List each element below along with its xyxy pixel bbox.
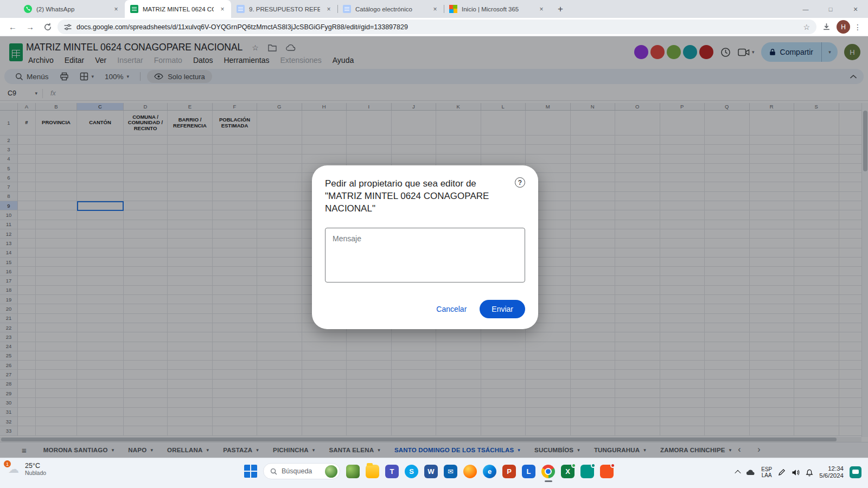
tab-close-icon[interactable]: × — [431, 5, 439, 14]
send-button[interactable]: Enviar — [480, 300, 525, 318]
maximize-button[interactable]: □ — [818, 0, 843, 18]
tray-time: 12:34 — [828, 465, 844, 472]
browser-tabs: (2) WhatsApp×MATRIZ MINTEL 0624 CONAG×9.… — [18, 0, 550, 18]
skype-icon[interactable]: S — [405, 465, 418, 478]
weather-icon: ☁ 1 — [7, 463, 21, 476]
forward-icon[interactable]: → — [23, 20, 37, 34]
edge-icon[interactable]: e — [483, 465, 496, 478]
tray-expand-icon[interactable] — [735, 470, 741, 476]
taskbar-search[interactable]: Búsqueda — [263, 463, 340, 479]
volume-icon[interactable] — [792, 469, 800, 476]
sheets-icon — [130, 5, 138, 13]
help-icon[interactable]: ? — [515, 177, 525, 188]
whatsapp-icon — [24, 5, 32, 13]
tray-date: 5/6/2024 — [819, 472, 844, 479]
screen: (2) WhatsApp×MATRIZ MINTEL 0624 CONAG×9.… — [0, 0, 868, 488]
chrome-icon[interactable] — [541, 465, 555, 478]
dialog-title: Pedir al propietario que sea editor de "… — [325, 177, 505, 215]
microsoft-icon — [449, 5, 457, 13]
notification-bell-icon[interactable] — [806, 468, 813, 477]
browser-tab-9-presupuesto-referencial[interactable]: 9. PRESUPUESTO REFERENCIAL× — [231, 0, 337, 18]
tab-title: Inicio | Microsoft 365 — [462, 6, 533, 12]
browser-menu-icon[interactable]: ⋮ — [853, 23, 863, 31]
notification-badge[interactable] — [850, 466, 861, 478]
tab-strip: (2) WhatsApp×MATRIZ MINTEL 0624 CONAG×9.… — [0, 0, 868, 18]
onedrive-cloud-icon[interactable] — [746, 469, 755, 476]
system-tray: ESP LAA 12:34 5/6/2024 — [736, 461, 861, 483]
refresh-icon[interactable] — [40, 20, 55, 34]
tab-close-icon[interactable]: × — [218, 5, 227, 14]
tab-title: MATRIZ MINTEL 0624 CONAG — [143, 6, 214, 12]
site-info-icon[interactable] — [64, 23, 72, 31]
game-icon[interactable] — [346, 465, 360, 478]
weather-temp: 25°C — [25, 462, 46, 470]
pen-icon[interactable] — [778, 468, 786, 476]
bookmark-star-icon[interactable]: ☆ — [803, 23, 810, 31]
doc-icon — [237, 5, 245, 13]
weather-desc: Nublado — [25, 470, 46, 476]
address-bar: ← → docs.google.com/spreadsheets/d/11xul… — [0, 18, 868, 36]
browser-profile-avatar[interactable]: H — [837, 20, 850, 34]
tab-title: Catálogo electrónico — [355, 6, 426, 12]
tab-close-icon[interactable]: × — [537, 5, 546, 14]
language-indicator[interactable]: ESP LAA — [761, 466, 772, 478]
search-icon — [270, 468, 277, 475]
taskbar-center: Búsqueda TSW✉ePLX — [244, 463, 614, 479]
doc-icon — [343, 5, 351, 13]
taskbar: ☁ 1 25°C Nublado Búsqueda TSW✉ePLX ESP — [0, 458, 868, 488]
window-controls: — □ × — [793, 0, 868, 18]
file-explorer-icon[interactable] — [366, 465, 379, 478]
request-edit-dialog: Pedir al propietario que sea editor de "… — [312, 165, 538, 329]
weather-widget[interactable]: ☁ 1 25°C Nublado — [7, 462, 46, 476]
download-icon[interactable] — [819, 20, 834, 34]
close-button[interactable]: × — [843, 0, 868, 18]
tab-close-icon[interactable]: × — [324, 5, 333, 14]
tab-title: (2) WhatsApp — [36, 6, 107, 12]
minimize-button[interactable]: — — [793, 0, 818, 18]
search-highlight-image — [325, 465, 337, 478]
tab-close-icon[interactable]: × — [112, 5, 120, 14]
powerpoint-icon[interactable]: P — [502, 465, 516, 478]
browser-tab-catalogo-electronico[interactable]: Catálogo electrónico× — [337, 0, 444, 18]
excel-icon[interactable]: X — [561, 465, 575, 478]
browser-tab-2-whatsapp[interactable]: (2) WhatsApp× — [18, 0, 125, 18]
outlook-icon[interactable]: ✉ — [444, 465, 457, 478]
search-placeholder: Búsqueda — [282, 467, 312, 475]
tab-title: 9. PRESUPUESTO REFERENCIAL — [249, 6, 320, 12]
clock[interactable]: 12:34 5/6/2024 — [819, 465, 844, 479]
back-icon[interactable]: ← — [5, 20, 20, 34]
taskbar-apps: TSW✉ePLX — [346, 465, 614, 478]
orange-app-icon[interactable] — [600, 465, 614, 478]
browser-tab-inicio-microsoft-365[interactable]: Inicio | Microsoft 365× — [444, 0, 550, 18]
lens-icon[interactable]: L — [522, 465, 535, 478]
start-button[interactable] — [244, 465, 257, 478]
url-text: docs.google.com/spreadsheets/d/11xulvq6V… — [76, 23, 798, 31]
teal-app-icon[interactable] — [580, 465, 594, 478]
word-icon[interactable]: W — [424, 465, 438, 478]
url-bar[interactable]: docs.google.com/spreadsheets/d/11xulvq6V… — [58, 20, 816, 34]
weather-alert-badge: 1 — [4, 460, 11, 467]
cancel-button[interactable]: Cancelar — [429, 300, 474, 318]
teams-icon[interactable]: T — [385, 465, 399, 478]
message-textarea[interactable] — [325, 228, 525, 282]
new-tab-button[interactable]: + — [553, 2, 567, 16]
browser-tab-matriz-mintel-0624-conag[interactable]: MATRIZ MINTEL 0624 CONAG× — [125, 0, 231, 18]
firefox-icon[interactable] — [463, 465, 477, 478]
